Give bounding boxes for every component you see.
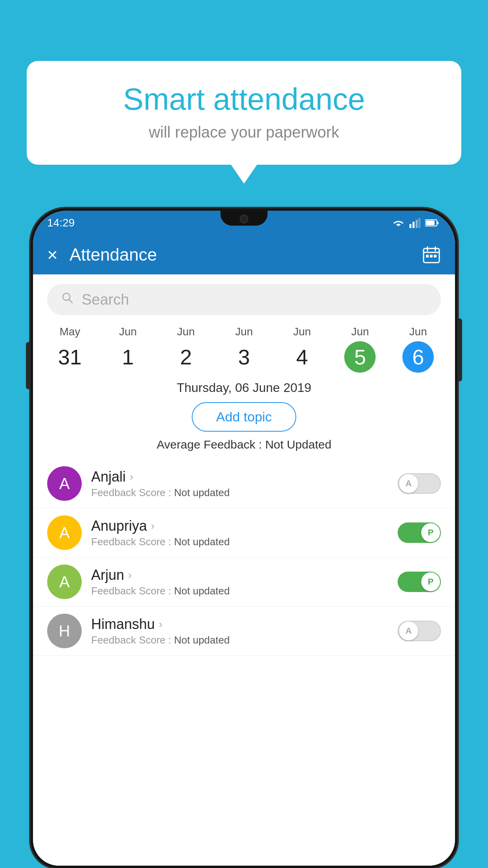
date-col[interactable]: May31 bbox=[41, 326, 99, 373]
svg-rect-11 bbox=[426, 255, 429, 257]
search-icon bbox=[61, 292, 74, 307]
svg-rect-12 bbox=[430, 255, 433, 257]
svg-rect-3 bbox=[418, 218, 420, 228]
date-month: Jun bbox=[409, 326, 427, 338]
phone-frame: 14:29 bbox=[31, 208, 457, 868]
volume-button bbox=[26, 342, 31, 389]
add-topic-button[interactable]: Add topic bbox=[192, 402, 296, 432]
notch bbox=[220, 211, 268, 226]
list-item[interactable]: AAnjali ›Feedback Score : Not updatedA bbox=[33, 459, 455, 508]
student-name: Anupriya › bbox=[91, 518, 388, 534]
app-bar: × Attendance bbox=[33, 235, 455, 274]
attendance-toggle[interactable]: P bbox=[398, 522, 441, 543]
attendance-toggle[interactable]: A bbox=[398, 473, 441, 494]
student-feedback: Feedback Score : Not updated bbox=[91, 634, 388, 646]
student-info: Himanshu ›Feedback Score : Not updated bbox=[91, 616, 388, 646]
student-list: AAnjali ›Feedback Score : Not updatedAAA… bbox=[33, 455, 455, 660]
student-info: Arjun ›Feedback Score : Not updated bbox=[91, 567, 388, 597]
selected-date: Thursday, 06 June 2019 bbox=[33, 381, 455, 395]
date-number[interactable]: 5 bbox=[344, 341, 376, 373]
calendar-icon[interactable] bbox=[422, 245, 441, 264]
date-number[interactable]: 1 bbox=[112, 341, 144, 373]
toggle-knob: P bbox=[421, 523, 440, 542]
date-month: Jun bbox=[293, 326, 311, 338]
bubble-subtitle: will replace your paperwork bbox=[50, 123, 438, 141]
svg-rect-0 bbox=[409, 224, 411, 228]
date-col[interactable]: Jun6 bbox=[389, 326, 447, 373]
wifi-icon bbox=[392, 218, 405, 228]
toggle-knob: A bbox=[399, 474, 418, 493]
student-feedback: Feedback Score : Not updated bbox=[91, 585, 388, 597]
search-bar[interactable]: Search bbox=[47, 284, 441, 315]
date-col[interactable]: Jun5 bbox=[331, 326, 389, 373]
svg-rect-6 bbox=[426, 221, 435, 225]
screen-content: Search May31Jun1Jun2Jun3Jun4Jun5Jun6 Thu… bbox=[33, 274, 455, 866]
avatar: A bbox=[47, 515, 82, 550]
battery-icon bbox=[425, 219, 438, 227]
avg-feedback-value: Not Updated bbox=[265, 438, 331, 451]
date-col[interactable]: Jun1 bbox=[99, 326, 157, 373]
svg-rect-2 bbox=[416, 220, 418, 228]
date-month: May bbox=[59, 326, 80, 338]
student-info: Anjali ›Feedback Score : Not updated bbox=[91, 469, 388, 499]
speech-bubble: Smart attendance will replace your paper… bbox=[27, 61, 461, 165]
attendance-toggle[interactable]: A bbox=[398, 621, 441, 641]
power-button bbox=[457, 318, 462, 381]
toggle-knob: A bbox=[399, 622, 418, 640]
student-feedback: Feedback Score : Not updated bbox=[91, 487, 388, 499]
close-button[interactable]: × bbox=[47, 244, 58, 265]
list-item[interactable]: AAnupriya ›Feedback Score : Not updatedP bbox=[33, 508, 455, 557]
status-icons bbox=[392, 218, 438, 228]
avg-feedback-label: Average Feedback : bbox=[157, 438, 265, 451]
date-number[interactable]: 3 bbox=[228, 341, 260, 373]
avg-feedback: Average Feedback : Not Updated bbox=[33, 438, 455, 451]
date-month: Jun bbox=[119, 326, 137, 338]
status-time: 14:29 bbox=[47, 217, 75, 229]
student-info: Anupriya ›Feedback Score : Not updated bbox=[91, 518, 388, 548]
avatar: H bbox=[47, 614, 82, 648]
date-number[interactable]: 31 bbox=[54, 341, 86, 373]
search-placeholder: Search bbox=[82, 291, 129, 308]
signal-icon bbox=[409, 218, 420, 228]
avatar: A bbox=[47, 565, 82, 599]
date-picker: May31Jun1Jun2Jun3Jun4Jun5Jun6 bbox=[33, 322, 455, 373]
status-bar: 14:29 bbox=[33, 211, 455, 235]
date-col[interactable]: Jun3 bbox=[215, 326, 273, 373]
date-col[interactable]: Jun2 bbox=[157, 326, 215, 373]
date-number[interactable]: 6 bbox=[402, 341, 434, 373]
date-number[interactable]: 2 bbox=[170, 341, 202, 373]
front-camera bbox=[240, 215, 248, 223]
student-name: Anjali › bbox=[91, 469, 388, 485]
svg-rect-1 bbox=[413, 222, 415, 228]
date-month: Jun bbox=[235, 326, 253, 338]
app-bar-title: Attendance bbox=[70, 245, 410, 265]
attendance-toggle[interactable]: P bbox=[398, 572, 441, 592]
student-feedback: Feedback Score : Not updated bbox=[91, 536, 388, 548]
date-number[interactable]: 4 bbox=[286, 341, 318, 373]
bubble-title: Smart attendance bbox=[50, 83, 438, 116]
date-col[interactable]: Jun4 bbox=[273, 326, 331, 373]
svg-rect-5 bbox=[437, 222, 438, 224]
student-name: Himanshu › bbox=[91, 616, 388, 633]
list-item[interactable]: AArjun ›Feedback Score : Not updatedP bbox=[33, 557, 455, 607]
list-item[interactable]: HHimanshu ›Feedback Score : Not updatedA bbox=[33, 607, 455, 656]
date-month: Jun bbox=[177, 326, 195, 338]
svg-line-15 bbox=[69, 300, 72, 303]
student-name: Arjun › bbox=[91, 567, 388, 583]
svg-rect-13 bbox=[434, 255, 437, 257]
date-month: Jun bbox=[351, 326, 369, 338]
avatar: A bbox=[47, 466, 82, 501]
toggle-knob: P bbox=[421, 572, 440, 591]
